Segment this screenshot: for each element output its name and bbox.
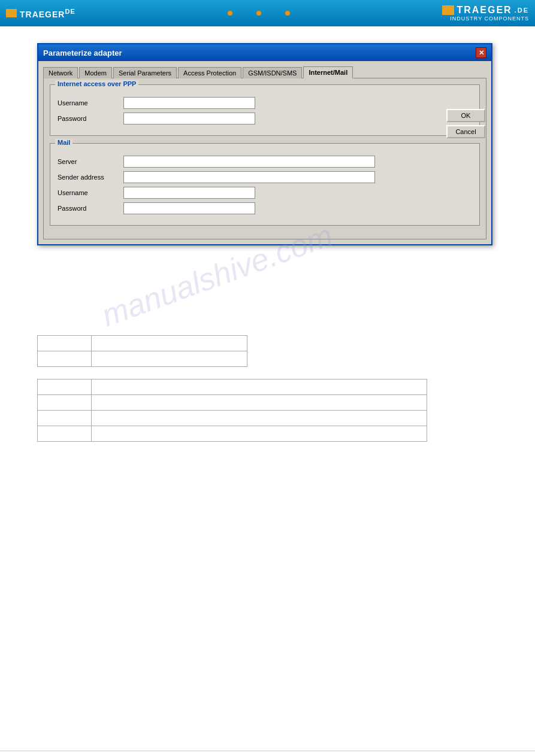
dialog-title: Parameterize adapter [43, 48, 122, 57]
ghost-cell [38, 426, 92, 442]
ppp-section: Internet access over PPP Username Passwo… [50, 84, 480, 136]
tabs-row: Network Modem Serial Parameters Access P… [43, 66, 486, 78]
logo-right: TRAEGER.DE INDUSTRY COMPONENTS [442, 5, 529, 22]
dialog-body: Network Modem Serial Parameters Access P… [38, 61, 491, 244]
ppp-password-row: Password [58, 113, 472, 125]
ghost-cell [92, 411, 427, 426]
logo-right-icon [442, 5, 454, 15]
tab-network[interactable]: Network [43, 67, 78, 78]
tab-internet-mail[interactable]: Internet/Mail [303, 66, 353, 78]
tab-content: Internet access over PPP Username Passwo… [43, 78, 486, 239]
logo-right-text: TRAEGER [457, 5, 512, 16]
ghost-cell [92, 351, 247, 367]
ppp-username-label: Username [58, 99, 123, 107]
ppp-username-input[interactable] [123, 97, 255, 109]
logo-right-de: .DE [515, 7, 529, 14]
mail-sender-input[interactable] [123, 171, 375, 183]
ghost-table-1 [37, 335, 247, 367]
ghost-cell [92, 426, 427, 442]
nav-dot-3 [285, 11, 290, 16]
mail-server-input[interactable] [123, 156, 375, 168]
mail-password-input[interactable] [123, 202, 255, 214]
tab-gsm-isdn-sms[interactable]: GSM/ISDN/SMS [243, 67, 302, 78]
mail-sender-row: Sender address [58, 171, 472, 183]
tab-modem[interactable]: Modem [79, 67, 112, 78]
dialog-close-button[interactable]: ✕ [476, 47, 486, 58]
nav-dots [228, 11, 290, 16]
ok-button[interactable]: OK [446, 109, 485, 122]
dialog-titlebar: Parameterize adapter ✕ [38, 44, 491, 61]
logo-left-text: TRAEGERDE [20, 8, 75, 19]
ghost-cell [38, 411, 92, 426]
mail-section: Mail Server Sender address Username Pass… [50, 143, 480, 226]
mail-password-label: Password [58, 205, 123, 212]
bottom-line [0, 751, 535, 751]
nav-dot-2 [256, 11, 261, 16]
ghost-cell [92, 336, 247, 351]
ghost-cell [38, 379, 92, 395]
nav-dot-1 [228, 11, 232, 16]
ppp-username-row: Username [58, 97, 472, 109]
dialog-buttons: OK Cancel [446, 109, 485, 138]
mail-password-row: Password [58, 202, 472, 214]
mail-sender-label: Sender address [58, 174, 123, 181]
logo-right-sub: INDUSTRY COMPONENTS [450, 16, 529, 22]
mail-username-row: Username [58, 187, 472, 199]
ghost-cell [38, 351, 92, 367]
mail-username-label: Username [58, 189, 123, 196]
cancel-button[interactable]: Cancel [446, 125, 485, 138]
mail-username-input[interactable] [123, 187, 255, 199]
tab-serial-parameters[interactable]: Serial Parameters [113, 67, 177, 78]
ppp-password-input[interactable] [123, 113, 255, 125]
parameterize-dialog: Parameterize adapter ✕ Network Modem Ser… [37, 43, 492, 245]
tab-access-protection[interactable]: Access Protection [178, 67, 241, 78]
logo-left: TRAEGERDE [6, 8, 75, 19]
top-header: TRAEGERDE TRAEGER.DE INDUSTRY COMPONENTS [0, 0, 535, 26]
ghost-tables [37, 335, 427, 454]
mail-section-label: Mail [55, 139, 72, 146]
ghost-cell [38, 336, 92, 351]
ghost-cell [92, 379, 427, 395]
mail-server-row: Server [58, 156, 472, 168]
mail-server-label: Server [58, 158, 123, 165]
logo-left-icon [6, 9, 17, 17]
ghost-cell [92, 395, 427, 411]
ppp-password-label: Password [58, 115, 123, 122]
ghost-table-2 [37, 379, 427, 442]
ppp-section-label: Internet access over PPP [55, 80, 138, 87]
ghost-cell [38, 395, 92, 411]
